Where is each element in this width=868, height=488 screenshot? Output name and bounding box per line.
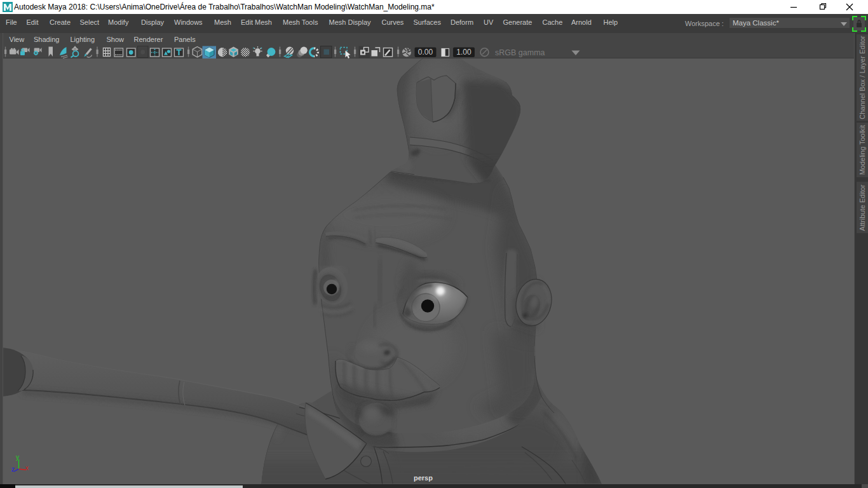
svg-text:y: y	[16, 454, 19, 461]
svg-text:z: z	[11, 466, 15, 473]
svg-text:1.00: 1.00	[456, 48, 471, 57]
svg-text:persp: persp	[414, 474, 433, 482]
svg-text:x: x	[25, 464, 29, 471]
svg-text:0.00: 0.00	[418, 48, 433, 57]
svg-text:sRGB gamma: sRGB gamma	[495, 48, 545, 57]
